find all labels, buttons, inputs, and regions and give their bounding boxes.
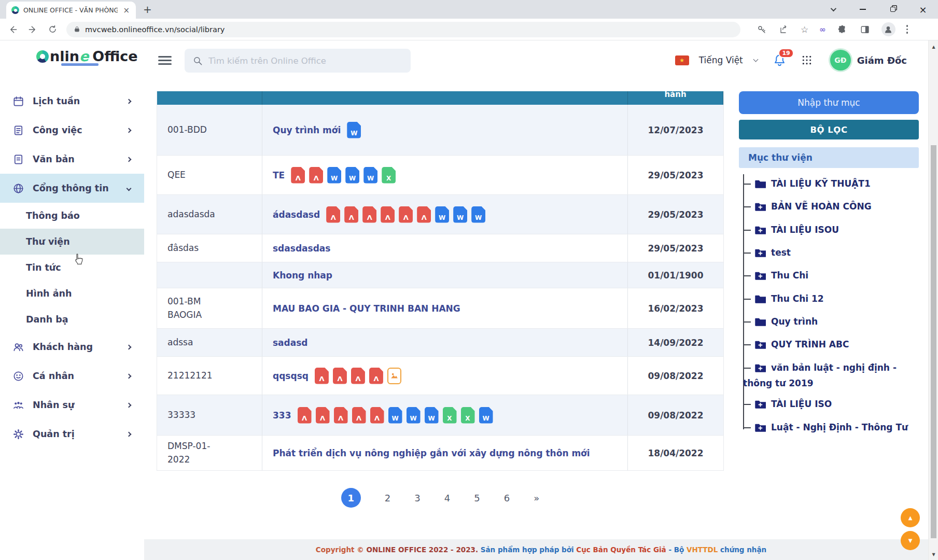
word-file-icon[interactable]: W bbox=[345, 167, 359, 184]
page-6[interactable]: 6 bbox=[504, 493, 510, 503]
word-file-icon[interactable]: W bbox=[453, 206, 467, 223]
folder-thu-chi-12[interactable]: Thu Chi 12 bbox=[739, 288, 919, 311]
doc-name[interactable]: TE bbox=[273, 170, 285, 180]
folder-tai-lieu-iso[interactable]: TÀI LIỆU ISO bbox=[739, 394, 919, 416]
pdf-file-icon[interactable]: Λ bbox=[417, 206, 431, 223]
pdf-file-icon[interactable]: Λ bbox=[298, 407, 312, 424]
word-file-icon[interactable]: W bbox=[407, 407, 421, 424]
table-row[interactable]: 33333333ΛΛΛΛΛWWWXXW09/08/2022 bbox=[157, 395, 723, 436]
sidebar-item-danh-ba[interactable]: Danh bạ bbox=[0, 306, 144, 332]
scrollbar-thumb[interactable] bbox=[931, 145, 936, 538]
word-file-icon[interactable]: W bbox=[435, 206, 449, 223]
pdf-file-icon[interactable]: Λ bbox=[316, 407, 330, 424]
doc-name[interactable]: 333 bbox=[273, 410, 291, 421]
share-icon[interactable] bbox=[778, 24, 790, 35]
online-office-logo[interactable]: nlineOffice bbox=[36, 48, 138, 64]
pdf-file-icon[interactable]: Λ bbox=[326, 206, 340, 223]
word-file-icon[interactable]: W bbox=[347, 122, 361, 138]
sidebar-item-khach-hang[interactable]: Khách hàng bbox=[0, 332, 144, 361]
sidebar-item-lich-tuan[interactable]: Lịch tuần bbox=[0, 87, 144, 116]
folder-ban-ve-hoan-cong[interactable]: BẢN VẼ HOÀN CÔNG bbox=[739, 196, 919, 219]
table-row[interactable]: adssasadasd14/09/2022 bbox=[157, 329, 723, 357]
page-scrollbar[interactable]: ▲ ▼ bbox=[928, 40, 938, 560]
word-file-icon[interactable]: W bbox=[425, 407, 439, 424]
page-2[interactable]: 2 bbox=[385, 493, 390, 503]
sidebar-item-nhan-su[interactable]: Nhân sự bbox=[0, 390, 144, 419]
apps-grid-icon[interactable] bbox=[802, 55, 812, 65]
minimize-button[interactable] bbox=[848, 0, 878, 19]
url-field[interactable]: mvcweb.onlineoffice.vn/social/library bbox=[66, 22, 740, 37]
pdf-file-icon[interactable]: Λ bbox=[351, 368, 365, 384]
doc-name[interactable]: sadasd bbox=[273, 338, 308, 348]
pdf-file-icon[interactable]: Λ bbox=[315, 368, 329, 384]
word-file-icon[interactable]: W bbox=[471, 206, 485, 223]
page-5[interactable]: 5 bbox=[474, 493, 480, 503]
pdf-file-icon[interactable]: Λ bbox=[362, 206, 376, 223]
doc-name[interactable]: MAU BAO GIA - QUY TRINH BAN HANG bbox=[273, 303, 460, 314]
table-row[interactable]: 21212121qqsqsqΛΛΛΛ09/08/2022 bbox=[157, 357, 723, 395]
browser-profile-icon[interactable] bbox=[881, 22, 895, 36]
sidebar-item-thu-vien[interactable]: Thư viện bbox=[0, 229, 144, 255]
sidebar-item-ca-nhan[interactable]: Cá nhân bbox=[0, 361, 144, 390]
back-icon[interactable] bbox=[7, 24, 19, 35]
table-row[interactable]: đâsdassdasdasdas29/05/2023 bbox=[157, 234, 723, 262]
pdf-file-icon[interactable]: Λ bbox=[399, 206, 413, 223]
word-file-icon[interactable]: W bbox=[479, 407, 493, 424]
table-row[interactable]: 001-BDDQuy trình mớiW12/07/2023 bbox=[157, 105, 723, 156]
pdf-file-icon[interactable]: Λ bbox=[369, 368, 383, 384]
menu-toggle-icon[interactable] bbox=[158, 56, 172, 65]
table-row[interactable]: adasdasdaádasdasdΛΛΛΛΛΛWWW29/05/2023 bbox=[157, 195, 723, 234]
folder-test[interactable]: test bbox=[739, 242, 919, 265]
page-4[interactable]: 4 bbox=[444, 493, 450, 503]
forward-icon[interactable] bbox=[27, 24, 38, 35]
folder-thu-chi[interactable]: Thu Chi bbox=[739, 265, 919, 288]
folder-quy-trinh[interactable]: Quy trình bbox=[739, 311, 919, 334]
excel-file-icon[interactable]: X bbox=[382, 167, 396, 184]
excel-file-icon[interactable]: X bbox=[443, 407, 457, 424]
language-selector[interactable]: Tiếng Việt bbox=[699, 55, 743, 65]
doc-name[interactable]: Quy trình mới bbox=[273, 125, 341, 135]
tab-close-icon[interactable]: × bbox=[122, 6, 131, 15]
table-row[interactable]: 001-BM BAOGIAMAU BAO GIA - QUY TRINH BAN… bbox=[157, 288, 723, 329]
pdf-file-icon[interactable]: Λ bbox=[291, 167, 305, 184]
word-file-icon[interactable]: W bbox=[388, 407, 402, 424]
page-next[interactable]: » bbox=[534, 493, 539, 503]
bookmark-star-icon[interactable]: ☆ bbox=[801, 24, 808, 35]
sidebar-item-quan-tri[interactable]: Quản trị bbox=[0, 419, 144, 449]
folder-tai-lieu-ky-thuat1[interactable]: TÀI LIỆU KỸ THUẬT1 bbox=[739, 173, 919, 196]
browser-menu-icon[interactable] bbox=[906, 25, 908, 34]
word-file-icon[interactable]: W bbox=[327, 167, 341, 184]
import-folder-button[interactable]: Nhập thư mục bbox=[739, 91, 919, 114]
table-row[interactable]: Khong nhap01/01/1900 bbox=[157, 262, 723, 288]
table-row[interactable]: DMSP-01-2022Phát triển dịch vụ nông nghi… bbox=[157, 436, 723, 471]
pdf-file-icon[interactable]: Λ bbox=[352, 407, 366, 424]
extension-icon[interactable]: ∞ bbox=[819, 25, 826, 34]
word-file-icon[interactable]: W bbox=[363, 167, 377, 184]
restore-button[interactable] bbox=[878, 0, 908, 19]
folder-van-ban-luat-nghi-dinh-thong-tu-2019[interactable]: văn bản luật - nghị định - thông tư 2019 bbox=[739, 357, 919, 394]
doc-name[interactable]: sdasdasdas bbox=[273, 243, 330, 254]
scrollbar-down-icon[interactable]: ▼ bbox=[929, 552, 938, 557]
pdf-file-icon[interactable]: Λ bbox=[309, 167, 323, 184]
folder-quy-trinh-abc[interactable]: QUY TRÌNH ABC bbox=[739, 334, 919, 357]
sidebar-item-thong-bao[interactable]: Thông báo bbox=[0, 203, 144, 229]
tab-search-icon[interactable] bbox=[818, 0, 848, 19]
excel-file-icon[interactable]: X bbox=[461, 407, 475, 424]
page-1[interactable]: 1 bbox=[341, 488, 361, 508]
pdf-file-icon[interactable]: Λ bbox=[344, 206, 358, 223]
sidebar-item-cong-viec[interactable]: Công việc bbox=[0, 116, 144, 145]
pdf-file-icon[interactable]: Λ bbox=[381, 206, 395, 223]
sidebar-item-van-ban[interactable]: Văn bản bbox=[0, 145, 144, 174]
scroll-to-top-button[interactable]: ▲ bbox=[901, 508, 920, 527]
extensions-puzzle-icon[interactable] bbox=[837, 24, 848, 35]
scroll-to-bottom-button[interactable]: ▼ bbox=[901, 531, 920, 550]
new-tab-button[interactable]: + bbox=[143, 3, 152, 16]
window-close-button[interactable]: × bbox=[908, 0, 938, 19]
scrollbar-up-icon[interactable]: ▲ bbox=[929, 45, 938, 49]
side-panel-icon[interactable] bbox=[859, 24, 871, 35]
password-key-icon[interactable] bbox=[756, 24, 767, 35]
doc-name[interactable]: Phát triển dịch vụ nông nghiệp gắn với x… bbox=[273, 448, 590, 458]
sidebar-item-cong-thong-tin[interactable]: Cổng thông tin bbox=[0, 174, 144, 203]
pdf-file-icon[interactable]: Λ bbox=[334, 407, 348, 424]
doc-name[interactable]: qqsqsq bbox=[273, 371, 309, 381]
